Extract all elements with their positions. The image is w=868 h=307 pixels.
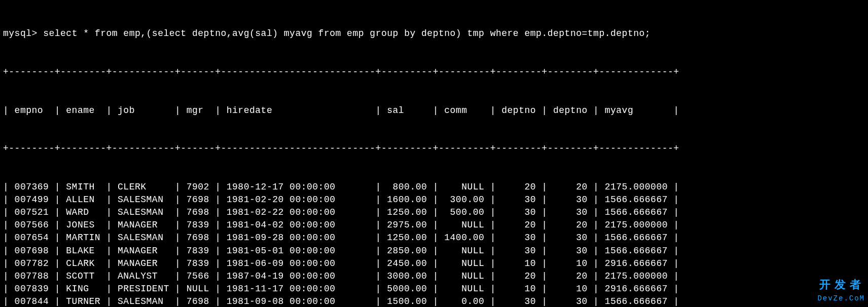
table-row: | 007698 | BLAKE | MANAGER | 7839 | 1981… [3, 245, 865, 257]
table-row: | 007844 | TURNER | SALESMAN | 7698 | 19… [3, 295, 865, 307]
table-row: | 007788 | SCOTT | ANALYST | 7566 | 1987… [3, 270, 865, 283]
terminal-output[interactable]: mysql> select * from emp,(select deptno,… [0, 0, 868, 307]
table-border-top: +--------+--------+-----------+------+--… [3, 66, 865, 79]
table-row: | 007566 | JONES | MANAGER | 7839 | 1981… [3, 219, 865, 232]
table-header-row: | empno | ename | job | mgr | hiredate |… [3, 104, 865, 117]
table-row: | 007782 | CLARK | MANAGER | 7839 | 1981… [3, 257, 865, 270]
table-row: | 007654 | MARTIN | SALESMAN | 7698 | 19… [3, 232, 865, 244]
mysql-prompt: mysql> [3, 28, 43, 39]
query-line: mysql> select * from emp,(select deptno,… [3, 27, 865, 40]
table-row: | 007839 | KING | PRESIDENT | NULL | 198… [3, 283, 865, 295]
table-row: | 007369 | SMITH | CLERK | 7902 | 1980-1… [3, 181, 865, 194]
table-body: | 007369 | SMITH | CLERK | 7902 | 1980-1… [3, 181, 865, 307]
table-row: | 007521 | WARD | SALESMAN | 7698 | 1981… [3, 206, 865, 219]
sql-query: select * from emp,(select deptno,avg(sal… [43, 28, 650, 39]
table-row: | 007499 | ALLEN | SALESMAN | 7698 | 198… [3, 194, 865, 206]
table-border-mid: +--------+--------+-----------+------+--… [3, 142, 865, 155]
